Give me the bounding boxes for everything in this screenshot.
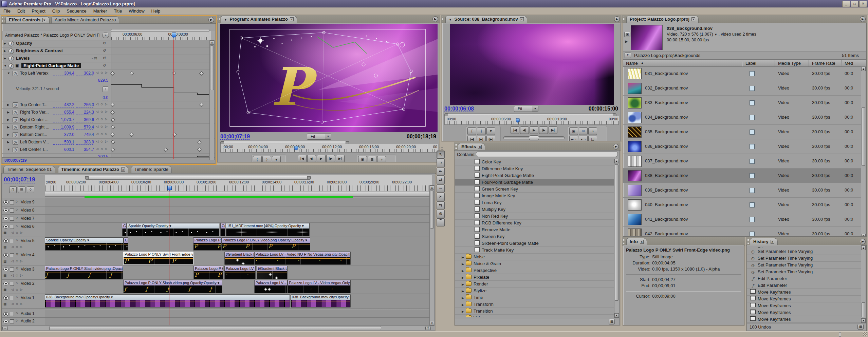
keyframe-lane[interactable] [111,131,209,138]
expand-triangle-icon[interactable]: ▽ [16,295,20,299]
timeline-clip[interactable]: Sparkle Opacity:Opacity ▾ [45,237,124,251]
history-entry[interactable]: Move Keyframes [747,316,862,323]
flyout-triangle-icon[interactable]: ▼ [449,18,452,21]
tab-effects[interactable]: Effectsx [458,143,485,150]
keyframe-nav[interactable]: ◁ ◇ ▷ [11,259,23,263]
rolling-edit-tool[interactable]: ⇄ [437,176,445,184]
expand-triangle-icon[interactable]: ▶ [7,118,11,121]
safe-margins-icon[interactable]: ⊞ [368,156,376,162]
marker-in-icon[interactable]: { [467,127,476,135]
track-header-video-2[interactable]: ▽Video 2▦◁ ◇ ▷ [2,280,45,294]
effect-name[interactable]: Brightness & Contrast [16,48,63,53]
param-value-y[interactable]: 302.0 [76,71,94,76]
keyframe-nav[interactable]: ◁ ◇ ▷ [96,102,108,106]
timeline-clip[interactable]: Palazzo Logo P ONLY video.png Opacity:Op… [221,237,310,251]
track-header-video-7[interactable]: ▷Video 7 [2,215,45,223]
add-marker-icon[interactable]: ▼ [272,156,281,162]
preview-thumbnail[interactable] [631,25,663,50]
project-row[interactable]: 040_Background.movVideo30.00 fps00:0 [623,198,862,212]
track-header-video-6[interactable]: ▽Video 6▦◁ ◇ ▷ [2,223,45,237]
effects-item[interactable]: ▶Transform [455,301,615,308]
effects-item[interactable]: Image Matte Key [455,193,615,199]
program-zoom-select[interactable]: Fit▼ [307,134,331,140]
effects-item[interactable]: Eight-Point Garbage Matte [455,172,615,179]
expand-triangle-icon[interactable]: ▽ [16,253,20,256]
clip-name[interactable]: 040_Background.mov [645,202,688,207]
history-entry[interactable]: Move Keyframes [747,309,862,316]
timeline-clip[interactable]: Palazzo Logo LV -· · · [224,266,256,279]
track-header-video-1[interactable]: ▽Video 1▦◁ ◇ ▷ [2,294,45,308]
expand-triangle-icon[interactable]: ▶ [4,49,8,53]
step-forward-icon[interactable]: |▶ [326,155,335,162]
close-tab-icon[interactable]: x [478,145,482,149]
graph-max-value[interactable]: 829.5 [98,78,108,83]
timeline-clip[interactable]: Palazzo Logo LV - Video Vegas Only.pn· ·… [288,280,351,293]
effects-item[interactable]: Track Matte Key [455,247,615,254]
velocity-stepper-icon[interactable]: ↕ [103,86,108,92]
zoom-out-icon[interactable]: ‒ [2,326,8,330]
track-lane-video-9[interactable] [45,198,430,206]
effect-controls-timecode[interactable]: 00;00;07;19 [4,158,26,163]
effects-vertical-scrollbar[interactable]: ▲▼ [614,159,619,318]
timeline-tab[interactable]: Timeline: Animated Palazzox [58,166,129,173]
shuttle-slider[interactable] [503,136,565,139]
opacity-rubber-band[interactable] [225,273,255,273]
track-lock-toggle[interactable] [10,296,14,300]
display-style-icon[interactable]: ▦ [3,302,6,306]
opacity-rubber-band[interactable] [124,244,128,244]
project-vertical-scrollbar[interactable]: ▲▼ [861,66,866,237]
marker-out-icon[interactable]: } [262,156,271,162]
label-checkbox[interactable] [750,71,755,76]
menu-file[interactable]: File [0,8,14,14]
effects-item[interactable]: Color Key [455,159,615,165]
keyframe-diamond[interactable] [197,147,202,152]
opacity-rubber-band[interactable] [45,273,123,273]
panel-menu-icon[interactable]: ▶ [860,16,866,22]
clip-name[interactable]: 039_Background.mov [645,187,688,193]
goto-out-icon[interactable]: ▶| [549,126,557,134]
keyframe-lane[interactable] [111,40,209,47]
marker-icon[interactable]: ◊ [27,186,34,193]
effects-item[interactable]: ▶Stylize [455,288,615,294]
project-row[interactable]: 041_Background.movVideo30.00 fps00:0 [623,212,862,227]
label-checkbox[interactable] [750,173,755,178]
poster-frame-icon[interactable]: ▣ [624,32,630,37]
stopwatch-icon[interactable]: ◷ [13,71,18,76]
expand-triangle-icon[interactable]: ▽ [16,238,20,242]
param-value-x[interactable]: 593.1 [53,140,74,145]
close-tab-icon[interactable]: x [121,167,125,172]
history-entry[interactable]: Move Keyframes [747,289,862,296]
reset-icon[interactable]: ↺ [103,41,107,45]
param-value-x[interactable]: 372.0 [53,132,74,137]
effects-item[interactable]: ▶Time [455,294,615,301]
keyframe-lane[interactable] [111,116,209,123]
play-icon[interactable]: ▶ [317,155,326,162]
work-area-bar[interactable] [85,176,311,180]
timeline-clip[interactable]: Palazzo Logo P ONLY Slash video.png :Opa… [45,266,123,279]
panel-grip-icon[interactable] [746,239,749,244]
expand-triangle-icon[interactable]: ▶ [4,42,8,45]
safe-margins-icon[interactable]: ⊞ [579,127,588,135]
minimize-button[interactable]: _ [842,1,850,7]
source-zoom-select[interactable]: Fit▼ [514,106,538,112]
keyframe-nav[interactable]: ◁ ◇ ▷ [96,140,108,143]
keyframe-nav[interactable]: ◁ ◇ ▷ [11,302,23,305]
project-row[interactable]: 039_Background.movVideo30.00 fps00:0 [623,183,862,198]
history-entry[interactable]: ◷Set Parameter Time Varying [747,262,862,269]
zoom-in-icon[interactable]: ╋ [425,326,431,330]
label-checkbox[interactable] [750,232,755,237]
send-to-icon[interactable]: →▤ [90,56,97,60]
add-marker-icon[interactable]: ▼ [486,127,495,135]
keyframe-lane[interactable] [111,55,209,62]
resize-grip-icon[interactable] [863,332,867,336]
expand-triangle-icon[interactable]: ▶ [462,254,466,261]
stopwatch-icon[interactable]: ◷ [13,110,18,115]
playhead-marker[interactable] [516,118,519,123]
display-style-icon[interactable]: ▦ [3,245,6,249]
close-tab-icon[interactable]: x [42,18,46,22]
opacity-rubber-band[interactable] [225,258,254,259]
keyframe-diamond[interactable] [199,71,204,76]
track-lock-toggle[interactable] [10,267,14,272]
opacity-rubber-band[interactable] [124,258,193,259]
param-value-y[interactable]: 749.4 [76,132,94,137]
